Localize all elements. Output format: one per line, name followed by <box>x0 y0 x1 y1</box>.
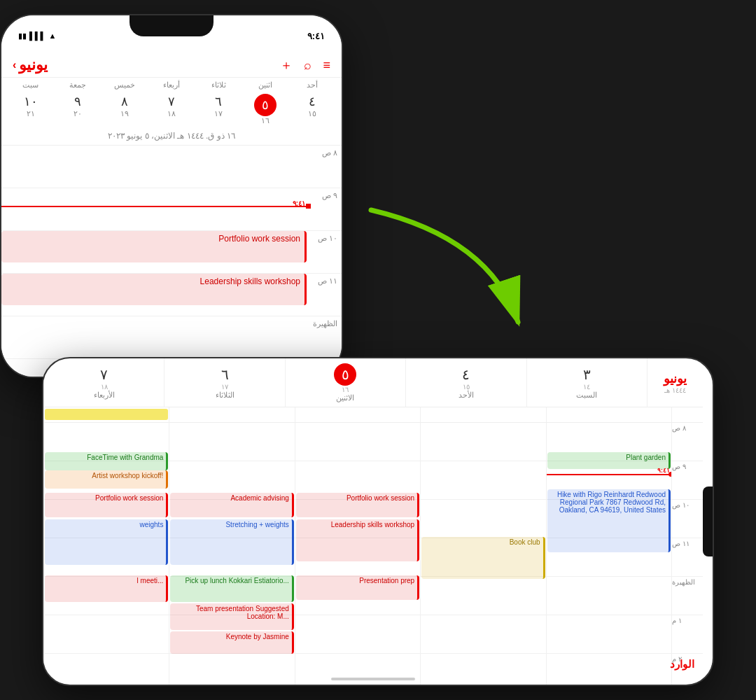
monday-name: الاثنين <box>336 393 354 402</box>
saturday-heb: ١٤ <box>583 383 590 391</box>
event-artist-workshop[interactable]: Artist workshop kickoff! <box>45 470 168 489</box>
list-icon[interactable]: ≡ <box>323 58 330 73</box>
weekday-thu: خميس <box>101 80 148 90</box>
landscape-col-wed-body: FaceTime with Grandma Artist workshop ki… <box>43 423 169 685</box>
tue-2pm <box>169 654 294 685</box>
green-arrow <box>350 196 560 350</box>
weekday-sun: أحد <box>289 80 336 90</box>
wednesday-heb: ١٨ <box>101 383 108 391</box>
portrait-notch-bar: ▮▮ ▌▌▌ ▲ ٩:٤١ <box>1 15 342 50</box>
event-team-presentation[interactable]: Team presentation Suggested Location: M.… <box>170 603 293 630</box>
current-time-label-portrait: ٩:٤١ <box>293 200 305 207</box>
sun-9am <box>421 461 545 500</box>
weekday-mon: اثنين <box>242 80 289 90</box>
event-plant-garden[interactable]: Plant garden <box>547 452 671 469</box>
landscape-col-mon-body: Portfolio work session Leadership skills… <box>295 423 420 685</box>
event-academic-advising[interactable]: Academic advising <box>170 493 293 517</box>
date-cell-5-today[interactable]: ٥ ١٦ <box>242 94 289 125</box>
event-pickup-lunch[interactable]: Pick up lunch Kokkari Estiatorio... <box>170 575 293 602</box>
sat-1pm <box>547 615 671 654</box>
land-current-time-line <box>547 474 671 475</box>
tuesday-name: الثلاثاء <box>216 391 234 400</box>
status-left: ▮▮ ▌▌▌ ▲ <box>18 31 56 41</box>
time-label-noon: الظهيرة <box>307 316 342 328</box>
wednesday-num: ٧ <box>100 366 108 383</box>
wednesday-name: الأربعاء <box>94 391 115 400</box>
portrait-calendar-header: ≡ ⌕ ＋ يونيو › <box>1 50 342 78</box>
sunday-num: ٤ <box>462 366 470 383</box>
landscape-col-sun-body: Book club <box>420 423 545 685</box>
weekday-wed: أربعاء <box>148 80 195 90</box>
allday-col-wed <box>43 407 169 422</box>
time-label-11am: ١١ ص <box>307 274 342 286</box>
land-time-9am: ٩ ص <box>672 461 703 500</box>
allday-event-yellow[interactable] <box>45 409 168 420</box>
landscape-col-monday-today[interactable]: ٥ ١٦ الاثنين <box>285 358 405 407</box>
notch-pill <box>130 15 214 36</box>
landscape-allday-row <box>43 407 703 423</box>
landscape-header: يونيو ١٤٤٤ هـ ٣ ١٤ السبت ٤ ١٥ الأحد ٥ ١٦… <box>43 358 703 407</box>
sun-8am <box>421 423 545 461</box>
time-label-8am: ٨ ص <box>307 146 342 158</box>
landscape-body: ٨ ص ٩ ص ١٠ ص ١١ ص الظهيرة ١ م ٢ م ٣ م <box>43 423 703 685</box>
event-portfolio-work-portrait[interactable]: Portfolio work session <box>1 231 307 262</box>
weekday-sat: سبت <box>7 80 54 90</box>
event-facetime-grandma[interactable]: FaceTime with Grandma <box>45 452 168 470</box>
event-hike-rigo[interactable]: Hike with Rigo Reinhardt Redwood Regiona… <box>547 489 671 552</box>
home-indicator-landscape <box>331 678 415 680</box>
wifi-icon: ▲ <box>48 31 56 40</box>
date-cell-8[interactable]: ٨ ١٩ <box>101 94 148 125</box>
sun-1pm <box>421 615 545 654</box>
time-content-noon <box>1 316 307 358</box>
tuesday-heb: ١٧ <box>221 383 228 391</box>
event-book-club[interactable]: Book club <box>421 537 545 579</box>
allday-col-mon <box>295 407 420 422</box>
phone-landscape: يونيو ١٤٤٤ هـ ٣ ١٤ السبت ٤ ١٥ الأحد ٥ ١٦… <box>42 357 714 686</box>
tue-8am <box>169 423 294 461</box>
time-label-9am: ٩ ص <box>307 188 342 200</box>
landscape-col-wednesday[interactable]: ٧ ١٨ الأربعاء <box>43 358 164 407</box>
search-icon[interactable]: ⌕ <box>304 58 312 73</box>
land-time-noon: الظهيرة <box>672 577 703 615</box>
event-stretching-weights[interactable]: Stretching + weights <box>170 519 293 565</box>
landscape-col-tuesday[interactable]: ٦ ١٧ الثلاثاء <box>164 358 284 407</box>
date-cell-10[interactable]: ١٠ ٢١ <box>7 94 54 125</box>
sat-noon <box>547 577 671 615</box>
portrait-time-slots: ٨ ص ٩ ص ٩:٤١ ١٠ ص Portfolio <box>1 146 342 359</box>
land-time-current-label: ٩:٤١ <box>657 467 670 474</box>
event-keynote-jasmine[interactable]: Keynote by Jasmine <box>170 631 293 654</box>
landscape-month-name: يونيو <box>664 371 687 386</box>
sunday-heb: ١٥ <box>463 383 470 391</box>
add-icon[interactable]: ＋ <box>280 57 293 74</box>
time-content-11am: Leadership skills workshop <box>1 274 307 316</box>
event-presentation-prep[interactable]: Presentation prep <box>296 575 419 600</box>
current-time-line <box>1 206 307 207</box>
chevron-right-icon: › <box>13 59 16 71</box>
allday-col-tue <box>169 407 294 422</box>
date-cell-9[interactable]: ٩ ٢٠ <box>54 94 101 125</box>
event-leadership-workshop-landscape[interactable]: Leadership skills workshop <box>296 519 419 561</box>
event-meeting[interactable]: l meeti... <box>45 575 168 602</box>
date-cell-4[interactable]: ٤ ١٥ <box>289 94 336 125</box>
event-portfolio-work-wed[interactable]: Portfolio work session <box>45 493 168 517</box>
time-row-8am: ٨ ص <box>1 146 342 188</box>
event-weights[interactable]: weights <box>45 519 168 565</box>
event-leadership-workshop-portrait[interactable]: Leadership skills workshop <box>1 274 307 305</box>
weekday-tue: ثلاثاء <box>195 80 242 90</box>
time-label-10am: ١٠ ص <box>307 231 342 243</box>
wed-1pm <box>44 615 169 654</box>
sunday-name: الأحد <box>458 391 474 400</box>
land-time-11am: ١١ ص <box>672 538 703 577</box>
time-content-10am: Portfolio work session <box>1 231 307 273</box>
landscape-time-col: ٨ ص ٩ ص ١٠ ص ١١ ص الظهيرة ١ م ٢ م ٣ م <box>671 423 703 685</box>
calendar-portrait: ≡ ⌕ ＋ يونيو › أحد اثنين ثلاثاء أربعاء خم… <box>1 50 342 377</box>
event-portfolio-work-mon[interactable]: Portfolio work session <box>296 493 419 517</box>
saturday-name: السبت <box>576 391 597 400</box>
landscape-col-sunday[interactable]: ٤ ١٥ الأحد <box>405 358 526 407</box>
time-content-9am: ٩:٤١ <box>1 188 307 230</box>
landscape-col-saturday[interactable]: ٣ ١٤ السبت <box>526 358 647 407</box>
date-cell-6[interactable]: ٦ ١٧ <box>195 94 242 125</box>
allday-col-sun <box>420 407 545 422</box>
date-cell-7[interactable]: ٧ ١٨ <box>148 94 195 125</box>
mon-8am <box>295 423 420 461</box>
